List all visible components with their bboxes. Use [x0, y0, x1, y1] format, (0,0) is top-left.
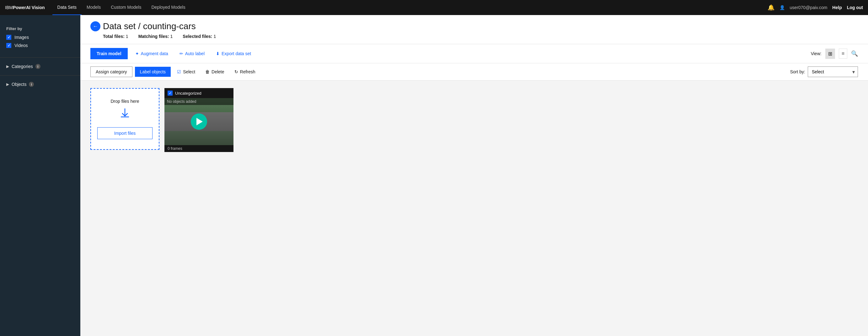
sidebar-divider-1: [0, 57, 80, 58]
auto-label-button[interactable]: ✏ Auto label: [176, 48, 208, 59]
refresh-label: Refresh: [240, 69, 255, 74]
objects-label: Objects: [11, 82, 26, 87]
content-area: Drop files here Import files Uncategoriz…: [80, 80, 868, 160]
filter-label: Filter by: [6, 26, 74, 31]
nav-deployed-models[interactable]: Deployed Models: [146, 0, 190, 15]
filter-videos[interactable]: Videos: [6, 43, 74, 48]
sidebar-divider-2: [0, 75, 80, 75]
drop-files-text: Drop files here: [111, 99, 139, 104]
images-checkbox[interactable]: [6, 35, 11, 40]
objects-arrow-icon: ▶: [6, 82, 9, 87]
video-footer: 0 frames: [164, 145, 234, 152]
select-label: Select: [183, 69, 195, 74]
sort-select-wrapper: SelectDateNameSize: [808, 66, 858, 77]
video-thumbnail: No objects added: [164, 98, 234, 145]
delete-label: Delete: [212, 69, 224, 74]
categories-arrow-icon: ▶: [6, 64, 9, 69]
export-dataset-button[interactable]: ⬇ Export data set: [212, 48, 255, 59]
objects-info-icon[interactable]: i: [29, 82, 34, 87]
grid-icon: ⊞: [828, 51, 832, 57]
breadcrumb-separator: /: [138, 21, 143, 31]
pencil-icon: ✏: [180, 51, 183, 56]
filter-section: Filter by Images Videos: [0, 23, 80, 55]
sort-by-label: Sort by:: [790, 69, 805, 74]
action-bar-right: Sort by: SelectDateNameSize: [790, 66, 858, 77]
nav-custom-models[interactable]: Custom Models: [106, 0, 146, 15]
auto-label-label: Auto label: [185, 51, 205, 56]
card-checkbox[interactable]: [167, 91, 173, 96]
assign-category-button[interactable]: Assign category: [90, 66, 132, 77]
drop-download-icon: [119, 107, 130, 121]
play-triangle-icon: [196, 118, 203, 125]
nav-models[interactable]: Models: [82, 0, 106, 15]
list-view-button[interactable]: ≡: [839, 48, 847, 59]
toolbar-right: View: ⊞ ≡ 🔍: [811, 48, 858, 59]
drop-zone[interactable]: Drop files here Import files: [90, 88, 159, 150]
frames-count: 0 frames: [167, 146, 182, 151]
main-content: ← Data set / counting-cars Total files: …: [80, 15, 868, 336]
video-card-header: Uncategorized: [164, 88, 234, 98]
breadcrumb-suffix: counting-cars: [143, 21, 196, 31]
nav-brand: IBM PowerAI Vision: [5, 5, 45, 10]
augment-data-label: Augment data: [141, 51, 168, 56]
checkbox-icon: ☑: [177, 69, 181, 74]
matching-files-label: Matching files: 1: [138, 34, 173, 39]
help-link[interactable]: Help: [832, 5, 842, 10]
page-wrapper: Filter by Images Videos ▶ Categories i ▶…: [0, 15, 868, 336]
nav-right: 🔔 👤 user070@paiv.com Help Log out: [768, 4, 863, 11]
augment-icon: ✦: [135, 51, 139, 56]
download-icon: ⬇: [216, 51, 220, 56]
trash-icon: 🗑: [205, 69, 210, 74]
back-button[interactable]: ←: [90, 21, 100, 31]
user-avatar-icon: 👤: [779, 5, 785, 10]
brand-prefix: IBM: [5, 5, 13, 10]
logout-button[interactable]: Log out: [847, 5, 863, 10]
video-card[interactable]: Uncategorized No objects added 0 frames: [164, 88, 234, 152]
page-header: ← Data set / counting-cars Total files: …: [80, 15, 868, 44]
user-email: user070@paiv.com: [790, 5, 828, 10]
action-bar: Assign category Label objects ☑ Select 🗑…: [80, 63, 868, 80]
videos-checkbox[interactable]: [6, 43, 11, 48]
breadcrumb-row: ← Data set / counting-cars: [90, 21, 858, 31]
nav-datasets[interactable]: Data Sets: [53, 0, 82, 15]
selected-files-label: Selected files: 1: [183, 34, 216, 39]
top-nav: IBM PowerAI Vision Data Sets Models Cust…: [0, 0, 868, 15]
augment-data-button[interactable]: ✦ Augment data: [131, 48, 172, 59]
categories-info-icon[interactable]: i: [35, 64, 40, 69]
import-files-button[interactable]: Import files: [97, 127, 153, 139]
list-icon: ≡: [842, 51, 844, 56]
breadcrumb-prefix: Data set: [103, 21, 135, 31]
refresh-icon: ↻: [235, 69, 238, 74]
train-model-button[interactable]: Train model: [90, 48, 128, 59]
grid-view-button[interactable]: ⊞: [825, 48, 835, 59]
sidebar-objects[interactable]: ▶ Objects i: [0, 78, 80, 91]
search-button[interactable]: 🔍: [851, 50, 858, 57]
total-files-label: Total files: 1: [103, 34, 128, 39]
label-objects-button[interactable]: Label objects: [135, 67, 171, 77]
export-label: Export data set: [222, 51, 251, 56]
sort-select[interactable]: SelectDateNameSize: [808, 66, 858, 77]
filter-images[interactable]: Images: [6, 35, 74, 40]
notification-icon[interactable]: 🔔: [768, 4, 774, 11]
delete-button[interactable]: 🗑 Delete: [202, 67, 228, 77]
refresh-button[interactable]: ↻ Refresh: [231, 67, 259, 77]
page-title: Data set / counting-cars: [103, 21, 196, 31]
total-files-value: 1: [126, 34, 128, 39]
no-objects-badge: No objects added: [164, 98, 234, 105]
nav-links: Data Sets Models Custom Models Deployed …: [53, 0, 768, 15]
file-stats: Total files: 1 Matching files: 1 Selecte…: [90, 34, 858, 39]
brand-name: PowerAI Vision: [13, 5, 45, 10]
selected-files-value: 1: [213, 34, 216, 39]
video-card-title: Uncategorized: [175, 91, 202, 96]
toolbar: Train model ✦ Augment data ✏ Auto label …: [80, 44, 868, 63]
sidebar: Filter by Images Videos ▶ Categories i ▶…: [0, 15, 80, 336]
search-icon: 🔍: [851, 51, 858, 57]
sidebar-categories[interactable]: ▶ Categories i: [0, 60, 80, 73]
select-button[interactable]: ☑ Select: [173, 67, 199, 77]
categories-label: Categories: [11, 64, 33, 69]
images-label: Images: [14, 35, 29, 40]
play-button[interactable]: [191, 113, 207, 130]
view-label: View:: [811, 51, 822, 56]
videos-label: Videos: [14, 43, 28, 48]
matching-files-value: 1: [170, 34, 173, 39]
